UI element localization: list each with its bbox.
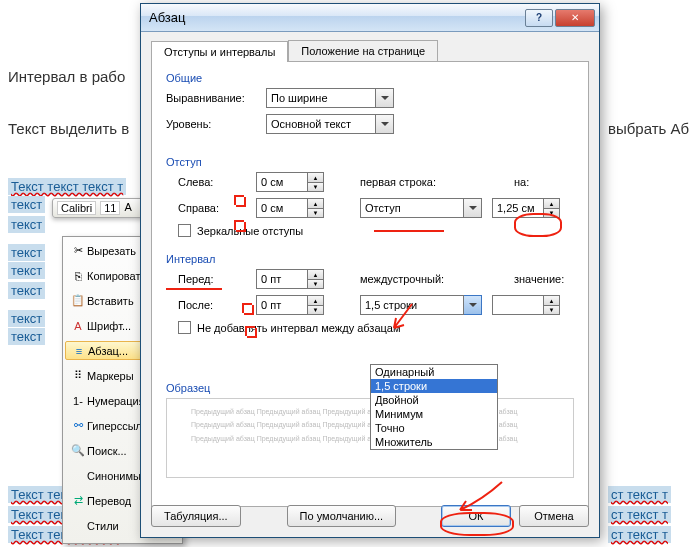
line-spacing-option[interactable]: 1,5 строки [371,379,497,393]
anno-mark [234,220,244,230]
cancel-button[interactable]: Отмена [519,505,589,527]
first-line-label: первая строка: [360,176,436,188]
chevron-down-icon[interactable] [464,198,482,218]
by-label: на: [514,176,574,188]
scissors-icon: ✂ [69,244,87,257]
line-spacing-dropdown-list: Одинарный 1,5 строки Двойной Минимум Точ… [370,364,498,450]
bg-sel-row: текст [8,310,45,327]
alignment-combo[interactable]: По ширине [266,88,394,108]
bg-line-2-left: Текст выделить в [8,120,129,137]
tab-page-position[interactable]: Положение на странице [288,40,438,61]
line-spacing-label: междустрочный: [360,273,444,285]
bg-sel-row: текст [8,262,45,279]
bg-sel-row: текст [8,216,45,233]
first-line-by-spinner[interactable]: 1,25 см▲▼ [492,198,560,218]
bg-line-1: Интервал в рабо [8,68,125,85]
grow-font-icon[interactable]: A [124,201,138,215]
chevron-down-icon[interactable] [376,114,394,134]
link-icon: ⚯ [69,419,87,432]
line-spacing-option[interactable]: Двойной [371,393,497,407]
at-label: значение: [514,273,574,285]
bg-sel-row: текст [8,244,45,261]
copy-icon: ⎘ [69,270,87,282]
tabulation-button[interactable]: Табуляция... [151,505,241,527]
anno-mark [242,303,252,313]
close-button[interactable]: ✕ [555,9,595,27]
default-button[interactable]: По умолчанию... [287,505,397,527]
font-name-combo[interactable]: Calibri [57,201,96,215]
dialog-title: Абзац [149,10,525,25]
bg-sel-row: ст текст т [608,486,671,503]
tab-indents-spacing[interactable]: Отступы и интервалы [151,41,288,62]
line-spacing-at-spinner[interactable]: ▲▼ [492,295,560,315]
line-spacing-option[interactable]: Точно [371,421,497,435]
space-after-label: После: [166,299,226,311]
group-spacing: Интервал Перед: 0 пт▲▼ междустрочный: зн… [166,253,574,334]
space-before-label: Перед: [166,273,226,285]
font-size-combo[interactable]: 11 [100,201,120,215]
paste-icon: 📋 [69,294,87,307]
bg-sel-row: текст [8,282,45,299]
outline-level-combo[interactable]: Основной текст [266,114,394,134]
indent-right-label: Справа: [166,202,226,214]
chevron-down-icon[interactable] [376,88,394,108]
no-space-same-style-checkbox[interactable]: Не добавлять интервал между абзацам [178,321,574,334]
anno-mark [234,195,244,205]
search-icon: 🔍 [69,444,87,457]
line-spacing-combo[interactable]: 1,5 строки [360,295,482,315]
indent-right-spinner[interactable]: 0 см▲▼ [256,198,324,218]
space-before-spinner[interactable]: 0 пт▲▼ [256,269,324,289]
bg-line-2-right: выбрать Аб [608,120,689,137]
paragraph-dialog: Абзац ? ✕ Отступы и интервалы Положение … [140,3,600,538]
anno-mark [245,326,255,336]
line-spacing-option[interactable]: Одинарный [371,365,497,379]
bg-sel-row: ст текст т [608,506,671,523]
first-line-combo[interactable]: Отступ [360,198,482,218]
indent-left-label: Слева: [166,176,226,188]
outline-level-label: Уровень: [166,118,266,130]
ok-button[interactable]: ОК [441,505,511,527]
indent-left-spinner[interactable]: 0 см▲▼ [256,172,324,192]
font-icon: A [69,320,87,332]
bg-sel-row: текст [8,328,45,345]
group-title: Интервал [166,253,574,265]
alignment-label: Выравнивание: [166,92,266,104]
group-general: Общие Выравнивание: По ширине Уровень: О… [166,72,574,140]
line-spacing-option[interactable]: Множитель [371,435,497,449]
group-title: Отступ [166,156,574,168]
numbering-icon: 1- [69,395,87,407]
help-button[interactable]: ? [525,9,553,27]
bg-sel-row: ст текст т [608,526,671,543]
bg-sel-row: Текст текст текст т [8,178,126,195]
group-indent: Отступ Слева: 0 см▲▼ первая строка: на: … [166,156,574,237]
dialog-panel: Общие Выравнивание: По ширине Уровень: О… [151,61,589,507]
paragraph-icon: ≡ [70,345,88,357]
translate-icon: ⇄ [69,494,87,507]
titlebar[interactable]: Абзац ? ✕ [141,4,599,32]
space-after-spinner[interactable]: 0 пт▲▼ [256,295,324,315]
bg-sel-row: текст [8,196,45,213]
line-spacing-option[interactable]: Минимум [371,407,497,421]
dialog-button-row: Табуляция... По умолчанию... ОК Отмена [151,505,589,527]
group-title: Общие [166,72,574,84]
bullets-icon: ⠿ [69,369,87,382]
chevron-down-icon[interactable] [464,295,482,315]
